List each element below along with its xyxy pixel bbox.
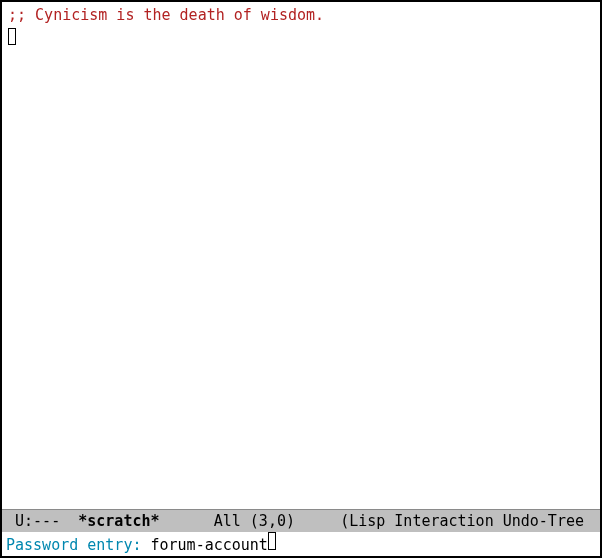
minibuffer-input-value: forum-account [151, 534, 268, 557]
modeline-position: All (3,0) [160, 512, 341, 530]
modeline-modes: (Lisp Interaction Undo-Tree [340, 512, 584, 530]
minibuffer[interactable]: Password entry: forum-account [2, 532, 600, 556]
buffer-cursor-row [8, 26, 16, 47]
point-cursor [8, 28, 16, 45]
modeline-buffer-name: *scratch* [78, 512, 159, 530]
buffer-comment-line: ;; Cynicism is the death of wisdom. [8, 6, 324, 24]
scratch-buffer[interactable]: ;; Cynicism is the death of wisdom. [2, 2, 600, 509]
minibuffer-cursor [268, 532, 276, 549]
minibuffer-prompt: Password entry: [6, 534, 151, 557]
modeline-left: U:--- [6, 512, 78, 530]
emacs-frame: ;; Cynicism is the death of wisdom. U:--… [0, 0, 602, 558]
mode-line: U:--- *scratch* All (3,0) (Lisp Interact… [2, 509, 600, 533]
